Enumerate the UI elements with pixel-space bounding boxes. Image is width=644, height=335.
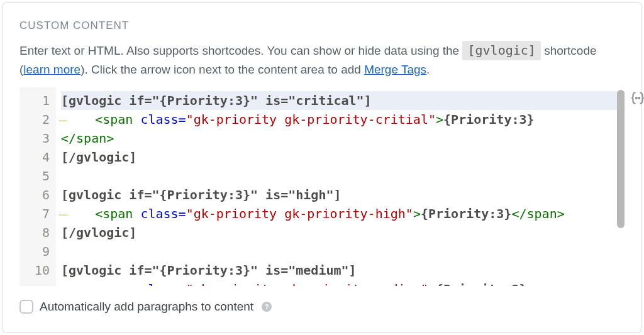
auto-paragraphs-label: Automatically add paragraphs to content — [40, 300, 253, 314]
scroll-thumb[interactable] — [617, 90, 625, 228]
code-token: [gvlogic if="{Priority:3}" is="critical"… — [61, 93, 372, 108]
help-icon[interactable]: ? — [261, 301, 272, 312]
auto-paragraphs-row: Automatically add paragraphs to content … — [19, 300, 625, 314]
code-token: [/gvlogic] — [61, 225, 136, 240]
gutter-line: 7 — [31, 204, 50, 223]
code-line[interactable]: [/gvlogic] — [61, 148, 625, 167]
editor-wrap: 1 2 3 4 5 6 7 8 9 10 [gvlogic if="{Prior… — [19, 87, 625, 286]
code-tag: <span — [95, 206, 133, 221]
wrap-marker-icon: ~~ — [58, 206, 72, 224]
gutter-line: 3 — [31, 129, 50, 148]
code-tag: > — [436, 112, 443, 127]
code-line[interactable]: ~~ <span class="gk-priority gk-priority-… — [61, 280, 625, 286]
code-string: "gk-priority gk-priority-critial" — [186, 112, 436, 127]
code-string: "gk-priority gk-priority-medium" — [186, 282, 428, 286]
code-editor[interactable]: 1 2 3 4 5 6 7 8 9 10 [gvlogic if="{Prior… — [19, 87, 625, 286]
learn-more-link[interactable]: learn more — [23, 63, 80, 76]
code-tag: <span — [95, 112, 133, 127]
code-attr: class= — [133, 112, 186, 127]
wrap-marker-icon: ~~ — [58, 281, 72, 287]
code-token: [gvlogic if="{Priority:3}" is="high"] — [61, 187, 341, 202]
gutter-line: 8 — [31, 223, 50, 242]
svg-point-0 — [636, 97, 637, 99]
svg-point-1 — [638, 97, 640, 99]
wrap-marker-icon: ~~ — [58, 111, 72, 130]
shortcode-pill: [gvlogic] — [462, 41, 540, 60]
desc-part-4: . — [426, 63, 430, 76]
code-line[interactable] — [61, 167, 625, 185]
code-token: [gvlogic if="{Priority:3}" is="medium"] — [61, 263, 357, 278]
code-text: {Priority:3} — [421, 206, 512, 221]
custom-content-panel: CUSTOM CONTENT Enter text or HTML. Also … — [3, 3, 641, 332]
merge-tags-link[interactable]: Merge Tags — [364, 63, 426, 76]
code-line[interactable] — [61, 242, 625, 261]
code-attr: class= — [133, 206, 186, 221]
line-gutter: 1 2 3 4 5 6 7 8 9 10 — [19, 87, 56, 286]
code-area[interactable]: [gvlogic if="{Priority:3}" is="critical"… — [56, 87, 625, 286]
gutter-line: 9 — [31, 242, 50, 261]
desc-part-3: ). Click the arrow icon next to the cont… — [80, 63, 364, 76]
gutter-line: 6 — [31, 185, 50, 204]
code-tag: > — [413, 206, 421, 221]
code-attr: class= — [133, 282, 186, 286]
code-line[interactable]: ~~ <span class="gk-priority gk-priority-… — [61, 204, 625, 223]
desc-part-1: Enter text or HTML. Also supports shortc… — [19, 44, 462, 57]
code-string: "gk-priority gk-priority-high" — [186, 206, 413, 221]
code-text: {Priority:3} — [443, 112, 535, 127]
code-tag: <span — [95, 282, 133, 286]
gutter-line: 4 — [31, 148, 50, 167]
code-tag: > — [428, 282, 436, 286]
scrollbar[interactable] — [617, 90, 625, 283]
section-title: CUSTOM CONTENT — [19, 19, 625, 32]
code-line[interactable]: [gvlogic if="{Priority:3}" is="high"] — [61, 185, 625, 204]
gutter-line: 5 — [31, 167, 50, 185]
gutter-line: 2 — [31, 110, 50, 129]
code-line[interactable]: [gvlogic if="{Priority:3}" is="medium"] — [61, 261, 625, 280]
svg-text:?: ? — [265, 303, 269, 310]
code-line[interactable]: </span> — [61, 129, 625, 148]
code-line[interactable]: [gvlogic if="{Priority:3}" is="critical"… — [61, 91, 625, 110]
code-text: {Priority:3} — [436, 282, 527, 286]
merge-tags-icon[interactable] — [630, 90, 644, 106]
code-line[interactable]: [/gvlogic] — [61, 223, 625, 242]
code-token: [/gvlogic] — [61, 150, 136, 165]
gutter-line: 1 — [31, 91, 50, 110]
code-line[interactable]: ~~ <span class="gk-priority gk-priority-… — [61, 110, 625, 129]
gutter-line: 10 — [31, 261, 50, 280]
auto-paragraphs-checkbox[interactable] — [19, 300, 33, 314]
code-tag: </span> — [61, 131, 114, 146]
code-tag: </span> — [511, 206, 564, 221]
description-text: Enter text or HTML. Also supports shortc… — [19, 41, 625, 79]
